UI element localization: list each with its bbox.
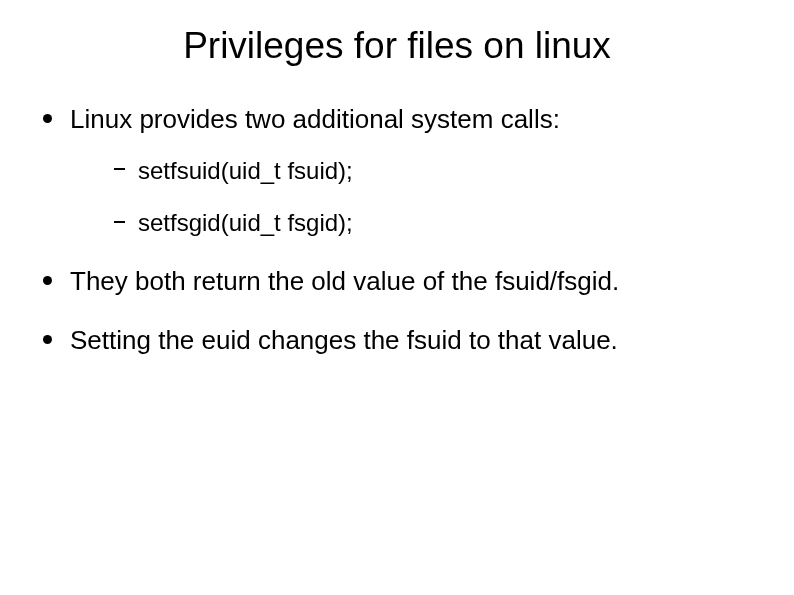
bullet-text: They both return the old value of the fs…	[70, 266, 619, 296]
slide-title: Privileges for files on linux	[35, 25, 759, 67]
sub-bullet-item: setfsgid(uid_t fsgid);	[110, 207, 759, 239]
bullet-item: They both return the old value of the fs…	[35, 264, 759, 299]
slide: Privileges for files on linux Linux prov…	[0, 0, 794, 595]
bullet-text: Linux provides two additional system cal…	[70, 104, 560, 134]
bullet-text: Setting the euid changes the fsuid to th…	[70, 325, 618, 355]
sub-bullet-text: setfsgid(uid_t fsgid);	[138, 209, 353, 236]
bullet-item: Setting the euid changes the fsuid to th…	[35, 323, 759, 358]
bullet-item: Linux provides two additional system cal…	[35, 102, 759, 240]
bullet-list: Linux provides two additional system cal…	[35, 102, 759, 358]
sub-bullet-list: setfsuid(uid_t fsuid); setfsgid(uid_t fs…	[70, 155, 759, 240]
sub-bullet-item: setfsuid(uid_t fsuid);	[110, 155, 759, 187]
sub-bullet-text: setfsuid(uid_t fsuid);	[138, 157, 353, 184]
